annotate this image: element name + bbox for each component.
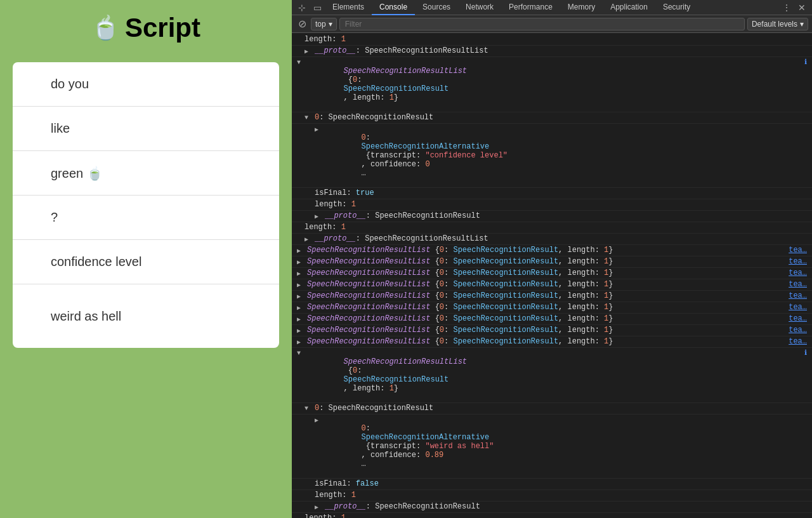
devtools-tab-console[interactable]: Console — [372, 0, 415, 15]
tabs-container: ElementsConsoleSourcesNetworkPerformance… — [325, 0, 779, 15]
words-container: do youlikegreen 🍵?confidence levelweird … — [13, 62, 279, 348]
source-link[interactable]: tea… — [783, 337, 807, 346]
source-link[interactable]: tea… — [783, 303, 807, 312]
filter-input[interactable] — [339, 18, 745, 30]
expand-arrow[interactable] — [297, 291, 304, 300]
source-link[interactable]: tea… — [783, 269, 807, 277]
word-row: like — [13, 107, 279, 151]
expand-arrow[interactable] — [297, 303, 304, 312]
app-icon: 🍵 — [91, 15, 120, 41]
expand-arrow[interactable] — [297, 257, 304, 266]
devtools-tab-application[interactable]: Application — [603, 0, 655, 15]
console-line: SpeechRecognitionResultList {0: SpeechRe… — [292, 268, 812, 279]
devtools-tab-sources[interactable]: Sources — [415, 0, 458, 15]
console-line: length: 1 — [292, 513, 812, 518]
info-icon[interactable]: ℹ — [804, 58, 807, 66]
expand-arrow[interactable] — [297, 349, 304, 357]
console-line: isFinal: false — [292, 479, 812, 490]
console-line: SpeechRecognitionResultList {0: SpeechRe… — [292, 245, 812, 256]
expand-arrow[interactable] — [315, 211, 322, 220]
expand-arrow[interactable] — [304, 46, 312, 55]
console-line: SpeechRecognitionResultList {0: SpeechRe… — [292, 279, 812, 291]
console-line: 0: SpeechRecognitionResult — [292, 112, 812, 124]
source-link[interactable]: tea… — [783, 257, 807, 266]
expand-arrow[interactable] — [304, 113, 312, 121]
source-link[interactable]: tea… — [783, 326, 807, 335]
source-link[interactable]: tea… — [783, 291, 807, 300]
expand-arrow[interactable] — [297, 314, 304, 323]
expand-arrow[interactable] — [297, 337, 304, 346]
console-line: __proto__: SpeechRecognitionResult — [292, 211, 812, 222]
clear-console-button[interactable]: ⊘ — [296, 18, 308, 30]
devtools-tab-security[interactable]: Security — [655, 0, 698, 15]
console-line: __proto__: SpeechRecognitionResultList — [292, 46, 812, 57]
device-icon[interactable]: ▭ — [310, 0, 325, 15]
default-levels-label: Default levels — [752, 20, 797, 29]
expand-arrow[interactable] — [315, 124, 322, 133]
expand-arrow[interactable] — [304, 234, 312, 243]
context-dropdown-icon: ▾ — [329, 20, 332, 29]
expand-arrow[interactable] — [315, 415, 322, 424]
console-line: __proto__: SpeechRecognitionResultList — [292, 234, 812, 245]
expand-arrow[interactable] — [297, 58, 304, 66]
expand-arrow[interactable] — [297, 246, 304, 255]
context-selector[interactable]: top ▾ — [311, 18, 337, 30]
console-line: 0: SpeechRecognitionResult — [292, 403, 812, 415]
console-line: SpeechRecognitionResultList {0: SpeechRe… — [292, 302, 812, 314]
console-line: length: 1 — [292, 34, 812, 46]
expand-arrow[interactable] — [297, 280, 304, 289]
console-line: SpeechRecognitionResultList {0: SpeechRe… — [292, 256, 812, 268]
expand-arrow[interactable] — [304, 404, 312, 412]
devtools-tab-network[interactable]: Network — [458, 0, 501, 15]
source-link[interactable]: tea… — [783, 314, 807, 323]
console-line: SpeechRecognitionResultList {0: SpeechRe… — [292, 291, 812, 302]
devtools-topbar: ⊹ ▭ ElementsConsoleSourcesNetworkPerform… — [292, 0, 812, 15]
devtools-toolbar: ⊘ top ▾ Default levels ▾ — [292, 15, 812, 33]
default-levels-button[interactable]: Default levels ▾ — [747, 18, 808, 30]
console-line: 0: SpeechRecognitionAlternative {transcr… — [292, 415, 812, 479]
devtools-panel: ⊹ ▭ ElementsConsoleSourcesNetworkPerform… — [292, 0, 812, 518]
word-row: ? — [13, 196, 279, 240]
console-line: SpeechRecognitionResultList {0: SpeechRe… — [292, 325, 812, 336]
more-tools-icon[interactable]: ⋮ — [779, 0, 794, 15]
app-title: Script — [125, 13, 200, 43]
cursor-icon[interactable]: ⊹ — [294, 0, 310, 15]
expand-arrow[interactable] — [315, 502, 322, 511]
context-label: top — [315, 20, 326, 29]
expand-arrow[interactable] — [297, 326, 304, 335]
info-icon[interactable]: ℹ — [804, 349, 807, 357]
console-content[interactable]: length: 1 __proto__: SpeechRecognitionRe… — [292, 33, 812, 518]
console-line: isFinal: true — [292, 188, 812, 199]
source-link[interactable]: tea… — [783, 280, 807, 289]
console-line: length: 1 — [292, 490, 812, 501]
console-line: length: 1 — [292, 199, 812, 211]
devtools-tab-performance[interactable]: Performance — [501, 0, 560, 15]
word-row: green 🍵 — [13, 151, 279, 196]
console-line: SpeechRecognitionResultList {0: SpeechRe… — [292, 57, 812, 112]
default-levels-dropdown-icon: ▾ — [800, 20, 804, 29]
devtools-tab-elements[interactable]: Elements — [325, 0, 372, 15]
console-line: 0: SpeechRecognitionAlternative {transcr… — [292, 124, 812, 188]
source-link[interactable]: tea… — [783, 246, 807, 255]
word-row: confidence level — [13, 240, 279, 284]
devtools-tab-memory[interactable]: Memory — [560, 0, 603, 15]
expand-arrow[interactable] — [297, 269, 304, 277]
console-line: length: 1 — [292, 222, 812, 234]
word-row: weird as hell — [13, 284, 279, 348]
console-line: SpeechRecognitionResultList {0: SpeechRe… — [292, 336, 812, 348]
console-line: SpeechRecognitionResultList {0: SpeechRe… — [292, 314, 812, 325]
console-line: __proto__: SpeechRecognitionResult — [292, 501, 812, 513]
word-row: do you — [13, 62, 279, 107]
left-panel: 🍵 Script do youlikegreen 🍵?confidence le… — [0, 0, 292, 518]
console-line: SpeechRecognitionResultList {0: SpeechRe… — [292, 348, 812, 403]
app-title-area: 🍵 Script — [91, 13, 200, 43]
close-devtools-icon[interactable]: ✕ — [794, 0, 809, 15]
